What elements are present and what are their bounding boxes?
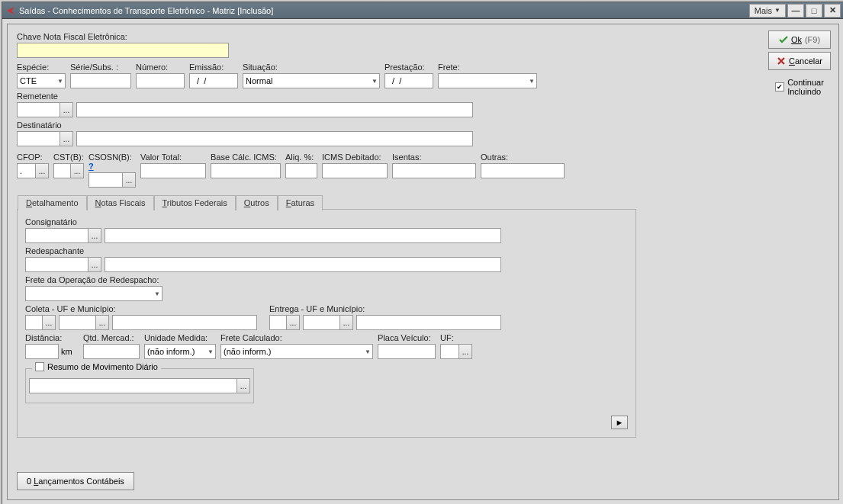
chevron-down-icon: ▼ [208, 348, 214, 355]
fretecalc-label: Frete Calculado: [220, 333, 373, 342]
lancamentos-button[interactable]: 0 Lançamentos Contábeis [17, 472, 134, 490]
distancia-label: Distância: [25, 333, 79, 342]
cfop-input[interactable] [17, 163, 35, 178]
remetente-desc-input[interactable] [76, 102, 473, 117]
emissao-label: Emissão: [189, 63, 238, 72]
km-label: km [61, 347, 72, 356]
uf-browse-button[interactable]: ... [459, 344, 472, 359]
uf-label: UF: [440, 333, 474, 342]
resumo-browse-button[interactable]: ... [236, 378, 250, 393]
placa-label: Placa Veículo: [378, 333, 436, 342]
redespachante-browse-button[interactable]: ... [88, 257, 101, 272]
ok-button[interactable]: Ok (F9) [768, 30, 831, 49]
entrega-label: Entrega - UF e Município: [269, 304, 501, 313]
resumo-fieldset: Resumo de Movimento Diário ... [25, 368, 254, 403]
emissao-input[interactable] [189, 73, 238, 88]
uf-input[interactable] [440, 344, 459, 359]
coleta-uf-input[interactable] [25, 315, 42, 330]
remetente-browse-button[interactable]: ... [60, 102, 73, 117]
app-icon [5, 5, 16, 16]
freteop-select[interactable]: ▼ [25, 286, 162, 301]
frete-label: Frete: [438, 63, 537, 72]
situacao-select[interactable]: Normal▼ [243, 73, 380, 88]
coleta-mun-browse[interactable]: ... [95, 315, 109, 330]
next-page-button[interactable]: ► [611, 416, 628, 429]
window-title: Saídas - Conhecimentos de Transporte Ele… [19, 6, 749, 15]
chevron-down-icon: ▼ [365, 348, 371, 355]
valortotal-input[interactable] [140, 163, 206, 178]
coleta-mun-code-input[interactable] [59, 315, 95, 330]
distancia-input[interactable] [25, 344, 59, 359]
aliq-label: Aliq. %: [285, 152, 317, 162]
tab-faturas[interactable]: Faturas [278, 195, 323, 210]
serie-input[interactable] [70, 73, 131, 88]
unidade-select[interactable]: (não inform.)▼ [144, 344, 216, 359]
cancel-button[interactable]: Cancelar [768, 52, 831, 70]
placa-input[interactable] [378, 344, 436, 359]
window-controls: Mais▼ — □ ✕ [749, 4, 841, 18]
coleta-uf-browse[interactable]: ... [42, 315, 56, 330]
continuar-checkbox[interactable]: ✔ Continuar Incluindo [768, 78, 831, 96]
remetente-code-input[interactable] [17, 102, 60, 117]
close-button[interactable]: ✕ [824, 4, 841, 18]
action-panel: Ok (F9) Cancelar ✔ Continuar Incluindo [768, 30, 831, 96]
entrega-mun-browse[interactable]: ... [339, 315, 353, 330]
cfop-browse-button[interactable]: ... [35, 163, 49, 178]
csosn-browse-button[interactable]: ... [122, 172, 136, 188]
content-panel: Ok (F9) Cancelar ✔ Continuar Incluindo C… [7, 24, 839, 500]
resumo-label: Resumo de Movimento Diário [47, 362, 158, 371]
tab-container: Detalhamento Notas Fiscais Tributos Fede… [17, 209, 636, 438]
chevron-down-icon: ▼ [154, 291, 160, 297]
qtd-input[interactable] [83, 344, 140, 359]
entrega-uf-input[interactable] [269, 315, 286, 330]
destinatario-label: Destinatário [17, 120, 829, 130]
coleta-mun-desc-input[interactable] [112, 315, 257, 330]
tab-strip: Detalhamento Notas Fiscais Tributos Fede… [18, 194, 323, 210]
numero-input[interactable] [136, 73, 185, 88]
situacao-label: Situação: [243, 63, 380, 72]
isentas-label: Isentas: [392, 152, 476, 162]
prestacao-input[interactable] [384, 73, 433, 88]
tab-outros[interactable]: Outros [236, 195, 278, 210]
chevron-down-icon: ▼ [529, 78, 535, 85]
destinatario-code-input[interactable] [17, 131, 60, 146]
cfop-label: CFOP: [17, 152, 49, 162]
maximize-button[interactable]: □ [806, 4, 822, 18]
tab-notas-fiscais[interactable]: Notas Fiscais [87, 195, 154, 210]
outras-input[interactable] [481, 163, 565, 178]
especie-label: Espécie: [17, 63, 66, 72]
minimize-button[interactable]: — [787, 4, 804, 18]
check-icon [779, 35, 788, 44]
mais-button[interactable]: Mais▼ [749, 4, 786, 18]
aliq-input [285, 163, 317, 178]
frete-select[interactable]: ▼ [438, 73, 537, 88]
consignatario-desc-input[interactable] [105, 228, 501, 243]
chevron-down-icon: ▼ [57, 78, 63, 85]
destinatario-browse-button[interactable]: ... [60, 131, 73, 146]
resumo-input [29, 378, 236, 393]
entrega-uf-browse[interactable]: ... [286, 315, 300, 330]
entrega-mun-desc-input[interactable] [356, 315, 501, 330]
freteop-label: Frete da Operação de Redespacho: [25, 275, 162, 284]
isentas-input[interactable] [392, 163, 476, 178]
consignatario-browse-button[interactable]: ... [88, 228, 101, 243]
outras-label: Outras: [481, 152, 565, 162]
entrega-mun-code-input[interactable] [303, 315, 339, 330]
tab-tributos-federais[interactable]: Tributos Federais [154, 195, 236, 210]
csosn-help-link[interactable]: ? [88, 162, 94, 171]
checkbox-icon: ✔ [775, 82, 784, 91]
checkbox-icon [35, 362, 44, 371]
resumo-checkbox[interactable] [35, 362, 44, 371]
redespachante-desc-input[interactable] [105, 257, 501, 272]
basecalc-input [211, 163, 281, 178]
fretecalc-select[interactable]: (não inform.)▼ [220, 344, 373, 359]
redespachante-code-input[interactable] [25, 257, 88, 272]
tab-detalhamento[interactable]: Detalhamento [18, 195, 87, 210]
cstb-browse-button[interactable]: ... [70, 163, 84, 178]
destinatario-desc-input[interactable] [76, 131, 473, 146]
cstb-input[interactable] [53, 163, 70, 178]
especie-select[interactable]: CTE▼ [17, 73, 66, 88]
chave-input[interactable] [17, 43, 229, 58]
cstb-label: CST(B): [53, 152, 84, 162]
consignatario-code-input[interactable] [25, 228, 88, 243]
